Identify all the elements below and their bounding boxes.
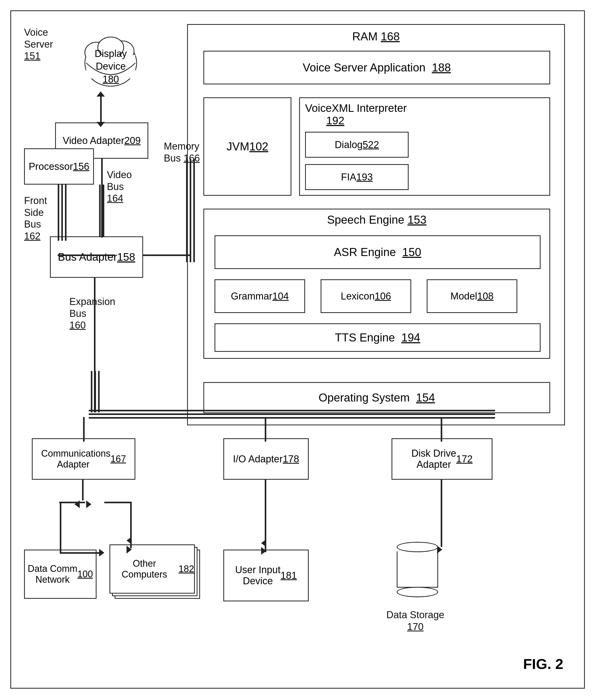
fsb-horiz [58,254,114,256]
speech-engine-label: Speech Engine 153 [327,213,426,226]
voicexml-outer-box: VoiceXML Interpreter 192 Dialog 522 FIA … [299,97,550,196]
arrow-into-other [127,546,132,553]
front-side-bus-label: FrontSideBus162 [24,195,47,242]
ram-label: RAM 168 [352,30,399,43]
model-box: Model108 [427,279,517,313]
asr-engine-box: ASR Engine 150 [214,235,541,269]
down-to-disk [441,417,442,442]
voice-server-app-box: Voice Server Application 188 [203,51,550,84]
speech-engine-box: Speech Engine 153 ASR Engine 150 Grammar… [203,209,550,359]
horiz-bus-mid [89,414,495,415]
voicexml-label: VoiceXML Interpreter 192 [305,102,407,127]
video-bus-label: VideoBus164 [107,169,132,204]
expansion-bus-label: ExpansionBus160 [69,296,115,331]
horiz-bus-top [89,410,495,411]
vid-bus2 [103,184,104,236]
dialog-box: Dialog 522 [305,132,409,158]
down-to-comm [83,417,85,442]
tts-engine-box: TTS Engine 194 [214,323,541,352]
grammar-box: Grammar104 [214,279,305,313]
ram-box: RAM 168 Voice Server Application 188 JVM… [187,24,565,425]
exp-bus-line2 [95,371,96,412]
arrow-down [97,122,105,127]
horiz-bus-bot [89,417,495,419]
mem-bus2 [190,159,191,262]
fsb-line1 [58,184,59,241]
arrow-up [97,91,105,97]
data-storage-label: Data Storage170 [386,609,444,633]
disk-drive-adapter-box: Disk DriveAdapter 172 [392,438,492,480]
disk-to-storage-line [441,480,442,547]
processor-box: Processor156 [24,148,94,184]
arrow-to-user [261,547,266,555]
jvm-box: JVM 102 [203,97,291,196]
io-adapter-box: I/O Adapter178 [223,438,309,480]
fia-box: FIA 193 [305,164,409,190]
lexicon-box: Lexicon106 [321,279,411,313]
exp-bus-line3 [98,371,100,412]
data-comm-box: Data CommNetwork100 [24,550,97,599]
comm-to-datacomm-line [59,502,85,503]
arrow-from-user [261,539,266,547]
arrow-from-other [127,536,132,544]
page: VoiceServer151 FIG. 2 DisplayDevice180 R… [10,10,585,689]
display-to-video-line [100,94,102,125]
fsb-line3 [65,184,67,241]
display-device: DisplayDevice180 [81,32,140,95]
vid-bus1 [99,184,101,236]
exp-bus-line1 [91,371,93,412]
fsb-line2 [61,184,63,241]
mem-bus3 [193,159,195,262]
comm-down-arrow [82,480,84,500]
comm-to-other-line [104,502,130,503]
comm-adapter-box: CommunicationsAdapter 167 [32,438,135,480]
data-storage [397,542,438,597]
mem-bus-horiz [143,254,191,256]
fig-label: FIG. 2 [523,655,563,672]
arrow-right1 [86,500,92,508]
user-input-device-box: User InputDevice181 [223,550,309,601]
operating-system-box: Operating System 154 [203,382,550,413]
arrow-into-datacomm [99,549,104,556]
down-to-datacomm [60,502,61,553]
voice-server-label: VoiceServer151 [24,27,53,62]
down-to-io [265,417,266,442]
bus-adapter-box: Bus Adapter158 [50,236,143,278]
mem-bus1 [186,159,188,262]
spacer [45,514,46,515]
horiz-to-datacomm [60,552,100,554]
